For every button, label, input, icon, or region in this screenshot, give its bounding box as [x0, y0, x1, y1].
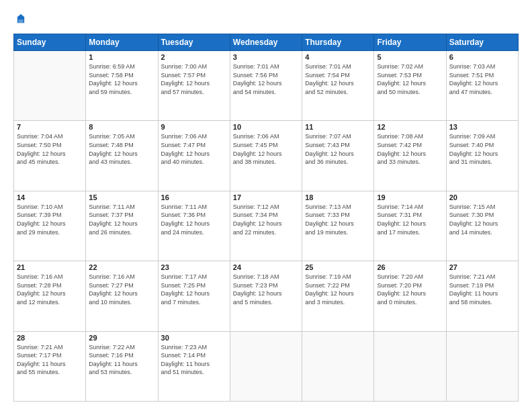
calendar-day-cell: 4Sunrise: 7:01 AM Sunset: 7:54 PM Daylig… [302, 51, 374, 121]
day-number: 26 [377, 263, 443, 271]
calendar-table: SundayMondayTuesdayWednesdayThursdayFrid… [13, 34, 519, 402]
logo-icon [13, 12, 28, 27]
calendar-day-cell: 28Sunrise: 7:21 AM Sunset: 7:17 PM Dayli… [14, 331, 86, 401]
day-number: 12 [377, 123, 443, 131]
calendar-day-cell: 6Sunrise: 7:03 AM Sunset: 7:51 PM Daylig… [446, 51, 518, 121]
calendar-day-cell: 27Sunrise: 7:21 AM Sunset: 7:19 PM Dayli… [446, 261, 518, 331]
calendar-day-cell: 18Sunrise: 7:13 AM Sunset: 7:33 PM Dayli… [302, 191, 374, 261]
calendar-header-row: SundayMondayTuesdayWednesdayThursdayFrid… [14, 34, 519, 51]
day-info: Sunrise: 7:06 AM Sunset: 7:45 PM Dayligh… [233, 132, 299, 166]
day-number: 14 [17, 193, 83, 201]
calendar-day-cell: 13Sunrise: 7:09 AM Sunset: 7:40 PM Dayli… [446, 121, 518, 191]
svg-rect-2 [18, 19, 23, 23]
day-info: Sunrise: 7:14 AM Sunset: 7:31 PM Dayligh… [377, 203, 443, 236]
calendar-day-cell: 12Sunrise: 7:08 AM Sunset: 7:42 PM Dayli… [374, 121, 446, 191]
day-number: 11 [305, 123, 371, 131]
day-info: Sunrise: 7:18 AM Sunset: 7:23 PM Dayligh… [233, 273, 299, 306]
day-number: 15 [89, 193, 154, 201]
day-number: 18 [305, 193, 371, 201]
day-info: Sunrise: 7:08 AM Sunset: 7:42 PM Dayligh… [377, 132, 443, 166]
day-info: Sunrise: 7:10 AM Sunset: 7:39 PM Dayligh… [17, 203, 83, 236]
calendar-week-row: 21Sunrise: 7:16 AM Sunset: 7:28 PM Dayli… [14, 261, 519, 331]
day-info: Sunrise: 7:01 AM Sunset: 7:56 PM Dayligh… [233, 62, 299, 96]
day-info: Sunrise: 7:01 AM Sunset: 7:54 PM Dayligh… [305, 62, 371, 96]
day-number: 24 [233, 263, 299, 271]
header [13, 12, 519, 27]
day-number: 23 [161, 263, 227, 271]
calendar-day-cell [230, 331, 302, 401]
day-of-week-header: Wednesday [230, 34, 302, 51]
day-info: Sunrise: 7:11 AM Sunset: 7:36 PM Dayligh… [161, 203, 227, 236]
day-info: Sunrise: 7:20 AM Sunset: 7:20 PM Dayligh… [377, 273, 443, 306]
calendar-week-row: 14Sunrise: 7:10 AM Sunset: 7:39 PM Dayli… [14, 191, 519, 261]
day-number: 19 [377, 193, 443, 201]
calendar-day-cell: 29Sunrise: 7:22 AM Sunset: 7:16 PM Dayli… [86, 331, 158, 401]
day-info: Sunrise: 7:06 AM Sunset: 7:47 PM Dayligh… [161, 132, 227, 166]
day-number: 8 [89, 123, 154, 131]
calendar-week-row: 28Sunrise: 7:21 AM Sunset: 7:17 PM Dayli… [14, 331, 519, 401]
calendar-day-cell: 7Sunrise: 7:04 AM Sunset: 7:50 PM Daylig… [14, 121, 86, 191]
calendar-day-cell: 16Sunrise: 7:11 AM Sunset: 7:36 PM Dayli… [158, 191, 230, 261]
day-number: 1 [89, 53, 154, 61]
day-number: 3 [233, 53, 299, 61]
calendar-day-cell: 9Sunrise: 7:06 AM Sunset: 7:47 PM Daylig… [158, 121, 230, 191]
day-info: Sunrise: 7:16 AM Sunset: 7:27 PM Dayligh… [89, 273, 154, 306]
calendar-day-cell: 8Sunrise: 7:05 AM Sunset: 7:48 PM Daylig… [86, 121, 158, 191]
calendar-day-cell: 10Sunrise: 7:06 AM Sunset: 7:45 PM Dayli… [230, 121, 302, 191]
page: SundayMondayTuesdayWednesdayThursdayFrid… [0, 0, 532, 411]
day-number: 7 [17, 123, 83, 131]
day-number: 29 [89, 334, 154, 342]
calendar-day-cell: 23Sunrise: 7:17 AM Sunset: 7:25 PM Dayli… [158, 261, 230, 331]
day-info: Sunrise: 7:00 AM Sunset: 7:57 PM Dayligh… [161, 62, 227, 96]
day-info: Sunrise: 7:02 AM Sunset: 7:53 PM Dayligh… [377, 62, 443, 96]
day-info: Sunrise: 7:09 AM Sunset: 7:40 PM Dayligh… [449, 132, 515, 166]
calendar-day-cell: 30Sunrise: 7:23 AM Sunset: 7:14 PM Dayli… [158, 331, 230, 401]
day-number: 22 [89, 263, 154, 271]
calendar-day-cell: 19Sunrise: 7:14 AM Sunset: 7:31 PM Dayli… [374, 191, 446, 261]
calendar-day-cell: 20Sunrise: 7:15 AM Sunset: 7:30 PM Dayli… [446, 191, 518, 261]
day-number: 25 [305, 263, 371, 271]
calendar-day-cell: 14Sunrise: 7:10 AM Sunset: 7:39 PM Dayli… [14, 191, 86, 261]
calendar-week-row: 7Sunrise: 7:04 AM Sunset: 7:50 PM Daylig… [14, 121, 519, 191]
calendar-day-cell [446, 331, 518, 401]
day-of-week-header: Monday [86, 34, 158, 51]
day-info: Sunrise: 7:05 AM Sunset: 7:48 PM Dayligh… [89, 132, 154, 166]
day-info: Sunrise: 6:59 AM Sunset: 7:58 PM Dayligh… [89, 62, 154, 96]
logo [13, 12, 31, 27]
day-number: 2 [161, 53, 227, 61]
calendar-day-cell: 11Sunrise: 7:07 AM Sunset: 7:43 PM Dayli… [302, 121, 374, 191]
calendar-week-row: 1Sunrise: 6:59 AM Sunset: 7:58 PM Daylig… [14, 51, 519, 121]
day-info: Sunrise: 7:11 AM Sunset: 7:37 PM Dayligh… [89, 203, 154, 236]
day-number: 21 [17, 263, 83, 271]
calendar-day-cell: 26Sunrise: 7:20 AM Sunset: 7:20 PM Dayli… [374, 261, 446, 331]
calendar-day-cell: 22Sunrise: 7:16 AM Sunset: 7:27 PM Dayli… [86, 261, 158, 331]
calendar-day-cell [374, 331, 446, 401]
calendar-day-cell: 17Sunrise: 7:12 AM Sunset: 7:34 PM Dayli… [230, 191, 302, 261]
day-info: Sunrise: 7:04 AM Sunset: 7:50 PM Dayligh… [17, 132, 83, 166]
day-of-week-header: Friday [374, 34, 446, 51]
day-number: 5 [377, 53, 443, 61]
calendar-day-cell: 2Sunrise: 7:00 AM Sunset: 7:57 PM Daylig… [158, 51, 230, 121]
day-info: Sunrise: 7:07 AM Sunset: 7:43 PM Dayligh… [305, 132, 371, 166]
day-number: 30 [161, 334, 227, 342]
day-info: Sunrise: 7:03 AM Sunset: 7:51 PM Dayligh… [449, 62, 515, 96]
day-info: Sunrise: 7:23 AM Sunset: 7:14 PM Dayligh… [161, 343, 227, 377]
day-info: Sunrise: 7:19 AM Sunset: 7:22 PM Dayligh… [305, 273, 371, 306]
calendar-day-cell: 25Sunrise: 7:19 AM Sunset: 7:22 PM Dayli… [302, 261, 374, 331]
calendar-day-cell [14, 51, 86, 121]
day-info: Sunrise: 7:22 AM Sunset: 7:16 PM Dayligh… [89, 343, 154, 377]
day-number: 6 [449, 53, 515, 61]
day-number: 17 [233, 193, 299, 201]
day-info: Sunrise: 7:21 AM Sunset: 7:19 PM Dayligh… [449, 273, 515, 306]
day-number: 20 [449, 193, 515, 201]
day-of-week-header: Saturday [446, 34, 518, 51]
day-info: Sunrise: 7:16 AM Sunset: 7:28 PM Dayligh… [17, 273, 83, 306]
day-info: Sunrise: 7:13 AM Sunset: 7:33 PM Dayligh… [305, 203, 371, 236]
calendar-day-cell: 21Sunrise: 7:16 AM Sunset: 7:28 PM Dayli… [14, 261, 86, 331]
day-number: 27 [449, 263, 515, 271]
day-number: 28 [17, 334, 83, 342]
calendar-day-cell [302, 331, 374, 401]
day-info: Sunrise: 7:15 AM Sunset: 7:30 PM Dayligh… [449, 203, 515, 236]
day-info: Sunrise: 7:12 AM Sunset: 7:34 PM Dayligh… [233, 203, 299, 236]
calendar-day-cell: 24Sunrise: 7:18 AM Sunset: 7:23 PM Dayli… [230, 261, 302, 331]
